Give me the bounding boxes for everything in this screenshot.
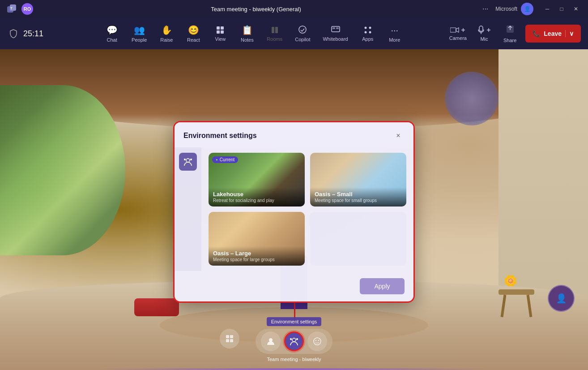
toolbar-center: 💬 Chat 👥 People ✋ Raise 😊 React View 📋 N…: [63, 22, 444, 45]
camera-button[interactable]: Camera: [446, 24, 470, 43]
toolbar-right: Camera Mic Share 📞 Leave ∨: [446, 22, 581, 46]
oasis-small-name: Oasis – Small: [315, 191, 402, 198]
notes-icon: 📋: [242, 25, 253, 35]
close-button[interactable]: ✕: [569, 3, 583, 15]
view-button[interactable]: View: [208, 23, 233, 44]
window-title: Team meeting - biweekly (General): [33, 6, 479, 13]
camera-icon: [450, 26, 465, 34]
share-icon: [506, 25, 515, 36]
oasis-large-desc: Meeting space for large groups: [213, 257, 300, 262]
svg-text:T: T: [10, 6, 13, 10]
react-icon: 😊: [188, 25, 199, 35]
svg-point-21: [184, 159, 186, 160]
dialog-title: Environment settings: [183, 132, 257, 140]
grid-view-button[interactable]: [220, 329, 239, 348]
notes-button[interactable]: 📋 Notes: [234, 22, 260, 45]
rooms-icon: [270, 26, 279, 34]
meeting-timer: 25:11: [23, 29, 43, 39]
minimize-button[interactable]: ─: [541, 3, 554, 15]
leave-chevron: ∨: [565, 30, 574, 37]
people-icon: 👥: [134, 25, 145, 35]
environment-grid: Current Lakehouse Retreat for socializin…: [209, 153, 406, 266]
rooms-button[interactable]: Rooms: [261, 23, 288, 44]
lakehouse-label: Lakehouse Retreat for socializing and pl…: [209, 187, 305, 207]
svg-point-32: [318, 340, 319, 341]
svg-point-29: [290, 338, 292, 340]
apps-button[interactable]: Apps: [355, 23, 380, 44]
svg-point-12: [364, 27, 366, 29]
bottom-person-button[interactable]: [261, 331, 281, 351]
oasis-large-label: Oasis – Large Meeting space for large gr…: [209, 246, 305, 266]
apply-button[interactable]: Apply: [360, 278, 405, 294]
microsoft-label: Microsoft: [495, 6, 517, 12]
svg-point-30: [314, 338, 321, 345]
raise-label: Raise: [160, 37, 173, 43]
chat-label: Chat: [107, 37, 117, 43]
more-icon: ···: [391, 25, 398, 35]
svg-point-28: [296, 338, 298, 340]
dialog-footer: Apply: [175, 271, 413, 301]
svg-rect-5: [217, 30, 220, 34]
svg-rect-7: [272, 27, 274, 33]
environment-sidebar-icon[interactable]: [179, 153, 197, 171]
title-bar: T RO Team meeting - biweekly (General) ·…: [0, 0, 588, 18]
svg-point-20: [190, 159, 192, 160]
share-label: Share: [503, 38, 516, 43]
svg-point-14: [364, 31, 366, 34]
user-initials-badge: RO: [21, 3, 33, 15]
copilot-icon: [298, 25, 307, 35]
mic-icon: [477, 26, 491, 34]
svg-rect-22: [226, 335, 229, 338]
env-card-oasis-small[interactable]: Oasis – Small Meeting space for small gr…: [310, 153, 406, 207]
raise-button[interactable]: ✋ Raise: [154, 22, 179, 45]
whiteboard-icon: [331, 26, 341, 34]
whiteboard-button[interactable]: Whiteboard: [317, 23, 353, 44]
bottom-bar: [256, 329, 332, 354]
title-bar-left: T RO: [5, 3, 33, 15]
user-photo[interactable]: 👤: [521, 3, 533, 15]
react-button[interactable]: 😊 React: [181, 22, 206, 45]
people-button[interactable]: 👥 People: [126, 22, 152, 45]
env-card-lakehouse[interactable]: Current Lakehouse Retreat for socializin…: [209, 153, 305, 207]
mic-button[interactable]: Mic: [474, 23, 494, 44]
chat-icon: 💬: [107, 25, 118, 35]
current-badge: Current: [212, 156, 238, 163]
title-bar-right: ··· Microsoft 👤 ─ □ ✕: [479, 3, 583, 15]
leave-label: Leave: [544, 30, 562, 37]
share-button[interactable]: Share: [498, 22, 522, 46]
svg-rect-10: [332, 27, 335, 29]
meeting-name-label: Team meeting - biweekly: [267, 357, 321, 362]
shield-icon: [7, 27, 20, 40]
svg-rect-4: [221, 26, 224, 30]
bottom-controls: Environment settings Team meeting - biwe…: [256, 317, 332, 362]
copilot-button[interactable]: Copilot: [290, 22, 315, 45]
env-settings-button[interactable]: [284, 331, 304, 351]
bottom-emoji-button[interactable]: [307, 331, 327, 351]
lakehouse-bg: Current Lakehouse Retreat for socializin…: [209, 153, 305, 207]
svg-rect-9: [332, 26, 340, 32]
rooms-label: Rooms: [267, 36, 282, 42]
leave-button[interactable]: 📞 Leave ∨: [525, 25, 581, 43]
more-options-icon[interactable]: ···: [479, 3, 492, 15]
chat-button[interactable]: 💬 Chat: [99, 22, 124, 45]
teams-logo: T: [5, 3, 18, 15]
more-button[interactable]: ··· More: [382, 22, 407, 45]
svg-rect-23: [230, 335, 233, 338]
oasis-large-name: Oasis – Large: [213, 250, 300, 257]
window-controls: ─ □ ✕: [541, 3, 583, 15]
apps-label: Apps: [362, 36, 373, 42]
toolbar-left: 25:11: [7, 27, 61, 40]
svg-rect-3: [217, 26, 220, 30]
dialog-close-button[interactable]: ×: [392, 129, 405, 142]
env-card-oasis-large[interactable]: Oasis – Large Meeting space for large gr…: [209, 212, 305, 266]
phone-icon: 📞: [533, 30, 540, 37]
maximize-button[interactable]: □: [555, 3, 568, 15]
dialog-header: Environment settings ×: [175, 122, 413, 147]
svg-point-15: [369, 31, 371, 34]
mic-label: Mic: [480, 36, 488, 42]
svg-rect-16: [479, 26, 483, 31]
env-card-empty: [310, 212, 406, 266]
oasis-small-bg: Oasis – Small Meeting space for small gr…: [310, 153, 406, 207]
svg-point-26: [269, 338, 273, 342]
react-label: React: [187, 37, 200, 43]
